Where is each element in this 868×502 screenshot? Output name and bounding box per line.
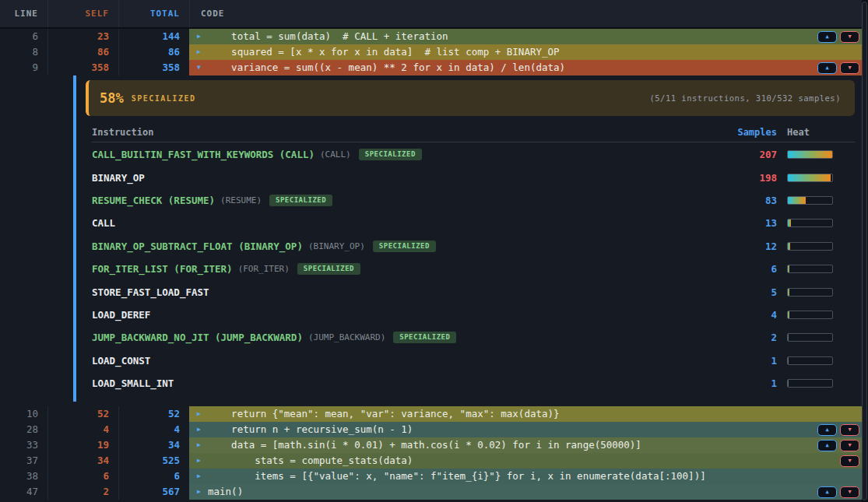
column-header-self: SELF [47,0,118,27]
nav-down-button[interactable]: ▼ [840,440,859,451]
instruction-row: FOR_ITER_LIST (FOR_ITER) (FOR_ITER) SPEC… [92,258,855,280]
code-cell[interactable]: ▶ return n + recursive_sum(n - 1) ▲▼ [189,422,862,437]
heat-bar-fill [788,197,806,204]
vertical-scrollbar[interactable] [862,0,868,502]
self-samples: 86 [47,44,118,60]
heat-bar-track [787,288,833,297]
instruction-name: CALL_BUILTIN_FAST_WITH_KEYWORDS (CALL) [92,149,315,160]
instruction-name: BINARY_OP_SUBTRACT_FLOAT (BINARY_OP) [92,240,303,252]
instruction-row: BINARY_OP_SUBTRACT_FLOAT (BINARY_OP) (BI… [92,235,855,258]
nav-up-button[interactable]: ▲ [817,62,837,74]
base-opcode-name: (JUMP_BACKWARD) [308,332,385,342]
code-cell[interactable]: ▶ main() ▲▼ [189,484,862,500]
nav-up-button[interactable]: ▲ [817,440,837,451]
heat-bar-fill [788,265,789,272]
code-cell[interactable]: ▶ squared = [x * x for x in data] # list… [189,44,862,60]
nav-down-button[interactable]: ▼ [840,455,859,467]
total-samples: 6 [118,469,189,484]
line-number: 6 [0,29,47,44]
line-number: 47 [0,484,47,500]
nav-up-button[interactable]: ▲ [817,31,837,43]
line-number: 10 [0,406,47,422]
nav-down-button[interactable]: ▼ [840,31,859,43]
code-cell[interactable]: ▶ data = [math.sin(i * 0.01) + math.cos(… [189,437,862,453]
scrollbar-thumb[interactable] [862,2,867,500]
nav-down-button[interactable]: ▼ [840,62,859,74]
instruction-name: CALL [92,217,115,229]
self-samples: 6 [47,469,118,484]
expander-icon[interactable]: ▶ [197,29,208,44]
code-row-line-28: 28 4 4 ▶ return n + recursive_sum(n - 1)… [0,422,868,437]
base-opcode-name: (FOR_ITER) [238,264,290,274]
source-code-text: items = [{"value": x, "name": f"item_{i}… [208,469,853,484]
table-header: LINE SELF TOTAL CODE [0,0,868,29]
self-samples: 52 [47,406,118,422]
specialized-percent: 58% [100,90,124,106]
expander-icon[interactable]: ▶ [197,406,208,422]
heat-bar-fill [788,243,790,250]
heat-bar-track [787,242,833,251]
heat-bar-track [787,150,833,159]
line-number: 9 [0,60,47,75]
code-cell[interactable]: ▶ stats = compute_stats(data) ▼ [189,453,862,469]
self-samples: 4 [47,422,118,437]
heat-bar-fill [788,174,831,181]
code-cell[interactable]: ▶ items = [{"value": x, "name": f"item_{… [189,469,862,484]
instruction-samples: 1 [730,377,777,389]
self-samples: 2 [47,484,118,500]
specialization-meta-text: (5/11 instructions, 310/532 samples) [649,93,841,103]
instruction-samples: 12 [730,240,777,252]
instruction-samples: 2 [730,332,777,343]
total-samples: 34 [118,437,189,453]
expander-icon[interactable]: ▼ [197,60,208,75]
source-code-text: return {"mean": mean, "var": variance, "… [208,406,853,422]
heat-column-header: Heat [787,127,833,138]
code-cell[interactable]: ▶ total = sum(data) # CALL + iteration ▲… [189,29,862,44]
instruction-row: LOAD_SMALL_INT 1 [92,372,855,395]
expander-icon[interactable]: ▶ [197,422,208,437]
expander-icon[interactable]: ▶ [197,437,208,453]
code-row-line-10: 10 52 52 ▶ return {"mean": mean, "var": … [0,406,868,422]
samples-column-header: Samples [730,127,777,138]
expander-icon[interactable]: ▶ [197,484,208,500]
code-row-line-8: 8 86 86 ▶ squared = [x * x for x in data… [0,44,868,60]
instruction-name: LOAD_SMALL_INT [92,377,174,389]
total-samples: 144 [118,29,189,44]
source-code-text: return n + recursive_sum(n - 1) [208,422,811,437]
instruction-name: JUMP_BACKWARD_NO_JIT (JUMP_BACKWARD) [92,332,303,343]
instruction-table-body: CALL_BUILTIN_FAST_WITH_KEYWORDS (CALL) (… [92,143,855,395]
code-row-line-37: 37 34 525 ▶ stats = compute_stats(data) … [0,453,868,469]
code-cell[interactable]: ▼ variance = sum((x - mean) ** 2 for x i… [189,60,862,75]
nav-up-button[interactable]: ▲ [817,486,837,498]
self-samples: 34 [47,453,118,469]
instruction-row: RESUME_CHECK (RESUME) (RESUME) SPECIALIZ… [92,189,855,212]
row-nav-buttons: ▲▼ [817,486,862,498]
expander-icon[interactable]: ▶ [197,453,208,469]
total-samples: 525 [118,453,189,469]
code-rows-top: 6 23 144 ▶ total = sum(data) # CALL + it… [0,29,868,75]
heat-bar-fill [788,380,789,387]
specialized-badge: SPECIALIZED [269,195,332,206]
expander-icon[interactable]: ▶ [197,44,208,60]
expander-icon[interactable]: ▶ [197,469,208,484]
row-nav-buttons: ▲▼ [817,424,862,436]
instruction-name: BINARY_OP [92,172,145,184]
total-samples: 358 [118,60,189,75]
heat-bar-fill [788,311,789,318]
nav-up-button[interactable]: ▲ [817,424,837,436]
nav-down-button[interactable]: ▼ [840,424,859,436]
nav-down-button[interactable]: ▼ [840,486,859,498]
instruction-samples: 1 [730,355,777,367]
total-samples: 4 [118,422,189,437]
source-code-text: data = [math.sin(i * 0.01) + math.cos(i … [208,437,811,453]
instruction-row: JUMP_BACKWARD_NO_JIT (JUMP_BACKWARD) (JU… [92,326,855,349]
expanded-row-connector-line [73,75,76,402]
specialization-summary-banner: 58% SPECIALIZED (5/11 instructions, 310/… [86,80,855,116]
code-row-line-6: 6 23 144 ▶ total = sum(data) # CALL + it… [0,29,868,44]
heat-bar-track [787,356,833,365]
line-number: 37 [0,453,47,469]
heat-bar-track [787,311,833,319]
source-code-text: stats = compute_stats(data) [208,453,834,469]
line-number: 8 [0,44,47,60]
code-cell[interactable]: ▶ return {"mean": mean, "var": variance,… [189,406,862,422]
